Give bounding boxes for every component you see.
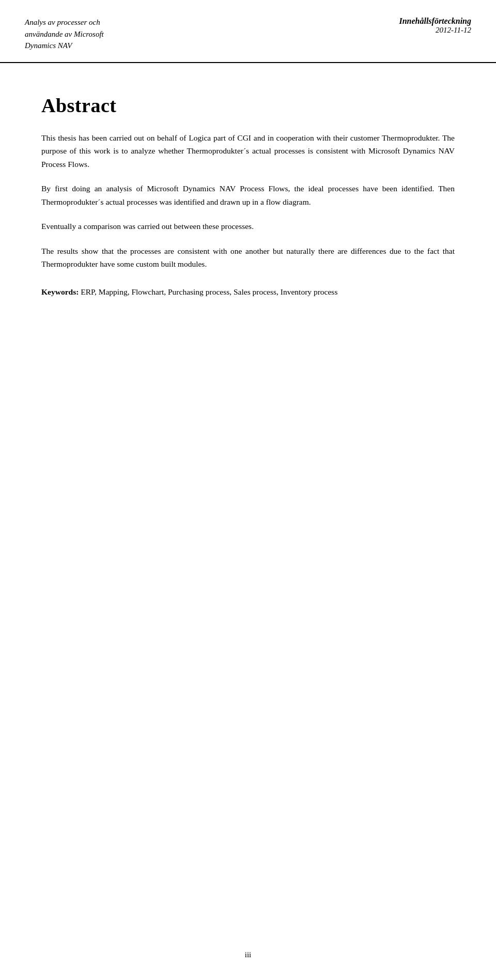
- keywords-text: ERP, Mapping, Flowchart, Purchasing proc…: [79, 287, 337, 296]
- header-right-date: 2012-11-12: [399, 26, 471, 35]
- abstract-heading: Abstract: [41, 94, 455, 117]
- header-left-text: Analys av processer och användande av Mi…: [25, 17, 104, 52]
- page: Analys av processer och användande av Mi…: [0, 0, 496, 980]
- abstract-paragraph-2: By first doing an analysis of Microsoft …: [41, 182, 455, 208]
- header-right-title: Innehållsförteckning: [399, 17, 471, 26]
- abstract-paragraph-3: Eventually a comparison was carried out …: [41, 220, 455, 233]
- page-number: iii: [245, 951, 252, 959]
- abstract-body: This thesis has been carried out on beha…: [41, 131, 455, 299]
- page-header: Analys av processer och användande av Mi…: [0, 0, 496, 63]
- abstract-paragraph-1: This thesis has been carried out on beha…: [41, 131, 455, 171]
- keywords-label: Keywords:: [41, 287, 79, 296]
- page-footer: iii: [0, 951, 496, 959]
- abstract-paragraph-4: The results show that the processes are …: [41, 244, 455, 271]
- header-title-line1: Analys av processer och: [25, 18, 100, 26]
- abstract-keywords: Keywords: ERP, Mapping, Flowchart, Purch…: [41, 285, 455, 299]
- header-title-line2: användande av Microsoft: [25, 30, 104, 38]
- header-title-line3: Dynamics NAV: [25, 41, 72, 50]
- main-content: Abstract This thesis has been carried ou…: [0, 63, 496, 330]
- header-right-block: Innehållsförteckning 2012-11-12: [399, 17, 471, 35]
